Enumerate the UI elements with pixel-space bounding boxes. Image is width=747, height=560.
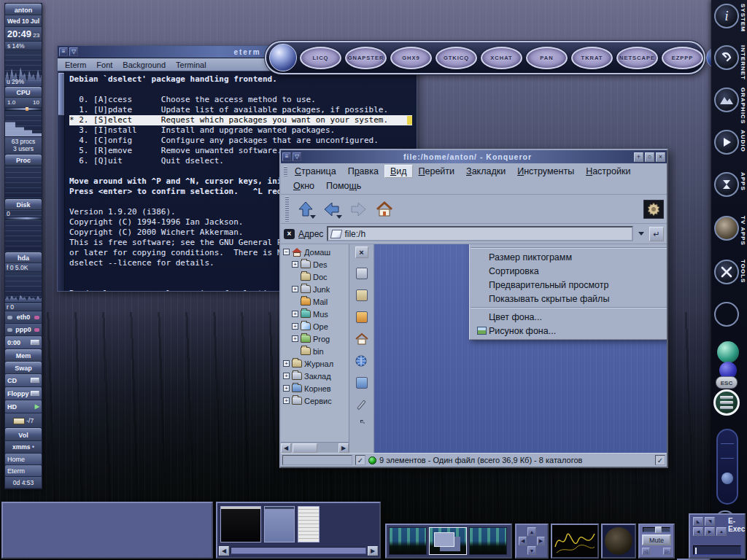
dock-system[interactable]: i SYSTEM [714,4,746,32]
expand-icon[interactable]: + [283,385,290,392]
desktop-3-thumbnail[interactable] [469,527,507,555]
menu-window[interactable]: Окно [287,179,320,192]
menu-view[interactable]: Вид [384,165,413,178]
file-view[interactable]: nk rams Режим просмотра Использовать ind… [374,244,667,453]
launcher-tkrat[interactable]: TKRAT [571,47,613,69]
desktop-slider[interactable] [716,429,738,505]
tree-item-mail[interactable]: Mail [283,295,349,308]
hostname[interactable]: anton [5,4,42,15]
dock-graphics[interactable]: GRAPHICS [714,88,746,124]
menu-settings[interactable]: Настройки [580,165,636,178]
slider-knob[interactable] [721,472,733,484]
menu-tools[interactable]: Инструменты [511,165,580,178]
floppy-eject-button[interactable] [31,391,39,396]
up-button[interactable] [295,198,317,220]
services-tool-icon[interactable] [355,398,369,411]
menu-edit[interactable]: Правка [342,165,384,178]
home-tool-icon[interactable] [355,332,369,346]
menu-preview[interactable]: Предварительный просмотр [470,278,667,292]
arrow-left-button[interactable]: ◀ [519,537,527,545]
menu-bg-color[interactable]: Цвет фона... [470,310,667,324]
collapse-icon[interactable]: − [283,249,290,255]
tree-item-root[interactable]: +Корнев [283,382,349,394]
teal-sphere-icon[interactable] [717,341,739,363]
iconify-button[interactable]: ○ [645,152,654,162]
exec-button-3[interactable]: ◀ [693,527,703,536]
eterm-menu-font[interactable]: Font [96,61,112,69]
desktop-1-thumbnail[interactable] [389,527,427,555]
tree-item-bin[interactable]: bin [283,345,349,357]
bookmark-tool-icon[interactable] [355,289,369,302]
volume-panel[interactable]: Vol [5,428,42,441]
scroll-right-button[interactable]: ▶ [338,443,349,453]
window-menu-button[interactable]: ≡ [282,152,291,161]
mixer-left-button[interactable]: ◁ [642,548,650,555]
desktop-2-thumbnail-current[interactable] [429,527,467,555]
menu-page[interactable]: Страница [289,165,342,178]
dock-tools[interactable]: TOOLS [714,260,746,284]
gimp-thumbnail[interactable] [298,506,320,542]
xmms-launcher[interactable]: xmms • [5,441,42,454]
pager-scrollbar[interactable]: ◀ ▶ [217,545,379,557]
address-dropdown-icon[interactable] [638,232,644,236]
tree-item-opera[interactable]: +Ope [283,320,349,332]
menu-bg-image[interactable]: Рисунок фона... [470,324,667,338]
expand-icon[interactable]: + [292,286,298,292]
expand-icon[interactable]: + [283,360,290,367]
clock-time[interactable]: 20:49 23 [5,27,42,42]
menu-bookmarks[interactable]: Закладки [460,165,511,178]
toolbar-handle[interactable] [285,196,289,222]
arrow-up-button[interactable]: ▲ [527,527,535,536]
expand-icon[interactable]: + [283,397,290,404]
menu-help[interactable]: Помощь [320,179,367,192]
sidebar-panel-toggle[interactable] [360,420,363,423]
eterm-scrollbar[interactable] [58,71,65,291]
tree-item-desktop[interactable]: +Des [283,258,349,271]
launcher-ezppp[interactable]: EZPPP [662,47,703,69]
menu-sphere-button[interactable] [713,389,740,416]
clear-address-button[interactable]: × [284,229,295,239]
exec-button-5[interactable]: ▲ [716,527,727,536]
tree-horizontal-scrollbar[interactable]: ◀ ▶ [281,442,349,453]
launcher-netscape[interactable]: NETSCAPE [616,47,658,69]
close-button[interactable]: × [656,152,665,162]
load-meter[interactable]: 1.0 10 [5,98,42,108]
menu-show-hidden[interactable]: Показывать скрытые файлы [470,292,667,306]
esc-button[interactable]: ESC [716,376,738,389]
network-tool-icon[interactable] [355,354,369,368]
disk-panel-label[interactable]: Disk [5,199,42,210]
home-launcher[interactable]: Home [5,454,42,465]
tree-item-junk[interactable]: +Junk [283,283,349,295]
mute-button[interactable]: Mute [642,534,671,545]
clock-date[interactable]: Wed 10 Jul [5,15,42,27]
window-shade-button[interactable]: ▽ [293,152,301,161]
tree-item-documents[interactable]: Doc [283,271,349,283]
eterm-menu-eterm[interactable]: Eterm [65,61,86,69]
mixer-right-button[interactable]: ▷ [663,548,671,555]
konqueror-titlebar[interactable]: ≡ ▽ file:/home/anton/ - Konqueror + ○ × [281,150,667,163]
floppy-mount[interactable]: Floppy [5,387,42,400]
menu-icon-size[interactable]: Размер пиктограмм [470,250,667,264]
cd-eject-button[interactable] [31,378,39,383]
virtual-desktop-pager[interactable] [385,524,512,559]
history-tool-icon[interactable] [355,311,369,324]
eterm-menu-terminal[interactable]: Terminal [176,61,206,69]
eterm-scrollbar-thumb[interactable] [58,73,64,115]
volume-slider[interactable] [643,527,670,532]
tree-item-prog[interactable]: +Prog [283,332,349,345]
expand-icon[interactable]: + [292,335,298,342]
proc-panel-label[interactable]: Proc [5,155,42,166]
eterm-menu-background[interactable]: Background [123,61,166,69]
dock-empty-slot[interactable] [714,302,739,327]
terminal-thumbnail[interactable] [220,506,261,542]
dock-audio[interactable]: AUDIO [714,130,746,155]
eterm-launcher[interactable]: Eterm [5,465,42,477]
expand-icon[interactable]: + [292,311,298,317]
globe-icon[interactable] [269,44,297,71]
folder-tool-icon[interactable] [355,376,369,389]
scrollbar-thumb[interactable] [293,443,317,453]
launcher-pan[interactable]: PAN [526,47,568,69]
eth0-panel[interactable]: eth0 [5,311,42,324]
launcher-ghx9[interactable]: GHX9 [390,47,432,69]
launcher-licq[interactable]: LICQ [300,47,341,69]
